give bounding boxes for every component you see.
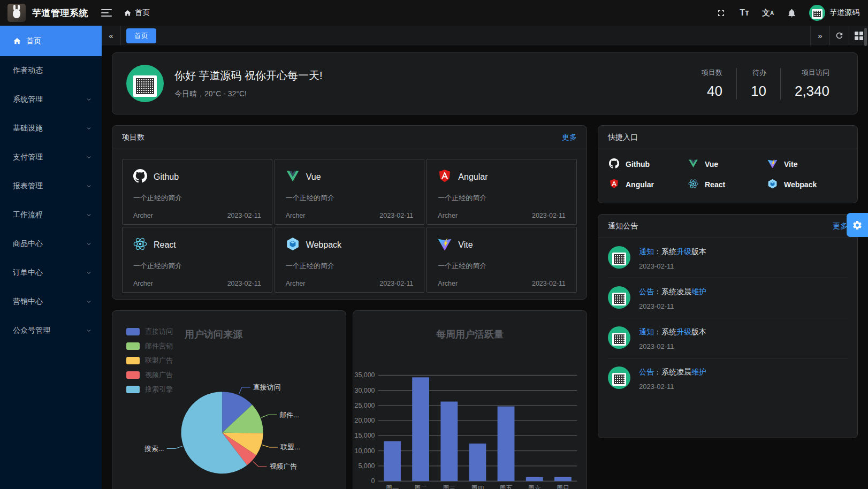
breadcrumb[interactable]: 首页 xyxy=(124,8,150,18)
welcome-card: 你好 芋道源码 祝你开心每一天! 今日晴，20°C - 32°C! 项目数40待… xyxy=(112,52,858,114)
tabs-scroll-right-button[interactable]: » xyxy=(810,26,829,45)
notices-list: 通知：系统升级版本2023-02-11公告：系统凌晨维护2023-02-11通知… xyxy=(598,238,857,398)
angular-icon xyxy=(438,169,452,185)
chevron-down-icon xyxy=(86,212,92,218)
notice-avatar xyxy=(608,286,630,309)
vite-icon xyxy=(438,237,452,253)
sidebar-item-3[interactable]: 基础设施 xyxy=(0,114,102,143)
react-icon xyxy=(133,237,147,253)
welcome-stats: 项目数40待办10项目访问2,340 xyxy=(688,68,843,100)
github-icon xyxy=(133,169,147,185)
svg-text:周六: 周六 xyxy=(528,485,541,489)
vite-icon xyxy=(767,158,778,170)
sidebar-item-10[interactable]: 公众号管理 xyxy=(0,316,102,345)
gear-icon xyxy=(852,220,863,231)
tab-bar: « 首页 » xyxy=(102,26,868,46)
chevron-down-icon xyxy=(86,270,92,276)
notice-avatar xyxy=(608,246,630,269)
svg-text:10,000: 10,000 xyxy=(355,447,375,455)
webpack-icon xyxy=(767,179,778,190)
notice-avatar xyxy=(608,326,630,349)
welcome-avatar xyxy=(126,65,164,102)
project-card-webpack[interactable]: Webpack一个正经的简介Archer2023-02-11 xyxy=(275,227,425,293)
sidebar-item-5[interactable]: 报表管理 xyxy=(0,172,102,201)
shortcut-vite[interactable]: Vite xyxy=(767,156,847,173)
stat-2: 项目访问2,340 xyxy=(780,68,843,100)
webpack-icon xyxy=(286,237,300,253)
project-card-react[interactable]: React一个正经的简介Archer2023-02-11 xyxy=(122,227,272,293)
svg-text:直接访问: 直接访问 xyxy=(253,383,281,391)
projects-more-link[interactable]: 更多 xyxy=(562,133,577,142)
chevron-down-icon xyxy=(86,125,92,132)
menu-fold-icon[interactable] xyxy=(101,9,112,17)
react-icon xyxy=(688,179,698,190)
sidebar-item-8[interactable]: 订单中心 xyxy=(0,258,102,287)
svg-text:周二: 周二 xyxy=(414,485,428,489)
scrollbar-thumb[interactable] xyxy=(864,28,867,46)
svg-text:25,000: 25,000 xyxy=(355,402,375,409)
sidebar-item-9[interactable]: 营销中心 xyxy=(0,287,102,316)
svg-text:30,000: 30,000 xyxy=(355,387,375,394)
tabs-scroll-left-button[interactable]: « xyxy=(102,26,121,45)
sidebar-item-1[interactable]: 作者动态 xyxy=(0,56,102,85)
shortcut-webpack[interactable]: Webpack xyxy=(767,176,847,193)
projects-card: 项目数 更多 Github一个正经的简介Archer2023-02-11Vue一… xyxy=(112,125,587,300)
welcome-weather: 今日晴，20°C - 32°C! xyxy=(174,89,323,99)
notice-item-1[interactable]: 公告：系统凌晨维护2023-02-11 xyxy=(608,278,848,318)
app-logo xyxy=(7,4,26,22)
chevron-down-icon xyxy=(86,241,92,247)
welcome-greeting: 你好 芋道源码 祝你开心每一天! xyxy=(174,68,323,83)
sidebar-item-2[interactable]: 系统管理 xyxy=(0,85,102,114)
chevron-down-icon xyxy=(86,183,92,189)
sidebar: 首页作者动态系统管理基础设施支付管理报表管理工作流程商品中心订单中心营销中心公众… xyxy=(0,26,102,489)
vue-icon xyxy=(688,158,698,170)
chevron-down-icon xyxy=(86,154,92,161)
stat-0: 项目数40 xyxy=(688,68,736,100)
stat-1: 待办10 xyxy=(736,68,780,100)
refresh-button[interactable] xyxy=(829,26,849,45)
app-title: 芋道管理系统 xyxy=(32,7,88,19)
shortcut-github[interactable]: Github xyxy=(609,156,688,173)
top-navbar: 芋道管理系统 首页 Tт 文A 芋道源码 xyxy=(0,0,868,26)
svg-text:20,000: 20,000 xyxy=(355,417,375,424)
breadcrumb-label: 首页 xyxy=(135,8,150,18)
project-card-github[interactable]: Github一个正经的简介Archer2023-02-11 xyxy=(122,159,272,225)
chevron-down-icon xyxy=(86,327,92,334)
settings-button[interactable] xyxy=(847,213,868,237)
shortcut-react[interactable]: React xyxy=(688,176,767,193)
shortcut-angular[interactable]: Angular xyxy=(609,176,688,193)
svg-text:周三: 周三 xyxy=(443,485,456,489)
user-menu[interactable]: 芋道源码 xyxy=(809,5,859,21)
page-content: 你好 芋道源码 祝你开心每一天! 今日晴，20°C - 32°C! 项目数40待… xyxy=(102,46,868,489)
shortcut-vue[interactable]: Vue xyxy=(688,156,767,173)
shortcuts-grid: GithubVueViteAngularReactWebpack xyxy=(598,149,857,200)
notices-more-link[interactable]: 更多 xyxy=(833,221,848,231)
svg-text:周一: 周一 xyxy=(386,485,399,489)
notice-item-0[interactable]: 通知：系统升级版本2023-02-11 xyxy=(608,238,848,278)
project-card-vite[interactable]: Vite一个正经的简介Archer2023-02-11 xyxy=(427,227,577,293)
fullscreen-icon[interactable] xyxy=(715,7,727,19)
sidebar-item-6[interactable]: 工作流程 xyxy=(0,201,102,230)
bar-chart-card: 每周用户活跃量 05,00010,00015,00020,00025,00030… xyxy=(353,310,587,489)
notice-item-2[interactable]: 通知：系统升级版本2023-02-11 xyxy=(608,318,848,358)
sidebar-menu: 首页作者动态系统管理基础设施支付管理报表管理工作流程商品中心订单中心营销中心公众… xyxy=(0,26,102,345)
svg-text:周日: 周日 xyxy=(556,485,569,489)
bell-icon[interactable] xyxy=(786,7,797,19)
projects-title: 项目数 xyxy=(122,133,144,142)
sidebar-item-0[interactable]: 首页 xyxy=(0,26,102,56)
project-card-angular[interactable]: Angular一个正经的简介Archer2023-02-11 xyxy=(427,159,577,225)
svg-text:搜索...: 搜索... xyxy=(144,445,164,453)
notice-item-3[interactable]: 公告：系统凌晨维护2023-02-11 xyxy=(608,358,848,398)
sidebar-item-7[interactable]: 商品中心 xyxy=(0,230,102,258)
svg-text:视频广告: 视频广告 xyxy=(270,462,298,470)
translate-icon[interactable]: 文A xyxy=(762,7,774,19)
svg-text:邮件...: 邮件... xyxy=(279,411,299,419)
sidebar-item-4[interactable]: 支付管理 xyxy=(0,143,102,172)
project-card-vue[interactable]: Vue一个正经的简介Archer2023-02-11 xyxy=(275,159,425,225)
notices-card: 通知公告 更多 通知：系统升级版本2023-02-11公告：系统凌晨维护2023… xyxy=(598,214,858,438)
user-name: 芋道源码 xyxy=(829,8,859,18)
font-size-icon[interactable]: Tт xyxy=(738,7,750,19)
home-icon xyxy=(124,9,132,17)
svg-text:周五: 周五 xyxy=(499,485,513,489)
tab-home[interactable]: 首页 xyxy=(126,28,156,43)
